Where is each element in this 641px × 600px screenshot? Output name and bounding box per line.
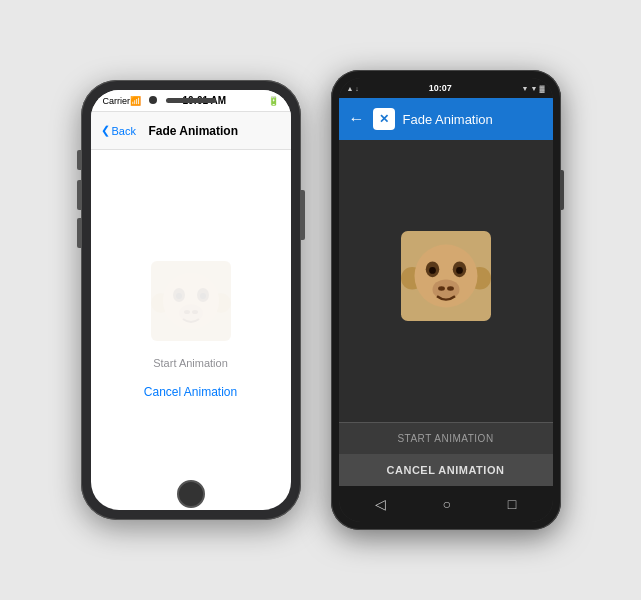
android-status-icons: ▼ ▼ ▓ [522,85,545,92]
android-nav-bar: ◁ ○ □ [339,486,553,522]
svg-point-19 [432,279,459,299]
android-monkey-image [401,231,491,321]
ios-battery-icon: 🔋 [268,96,279,106]
svg-point-18 [456,267,463,274]
ios-nav-title: Fade Animation [136,124,251,138]
ios-back-label: Back [112,125,136,137]
android-back-arrow[interactable]: ← [349,110,365,128]
svg-point-20 [438,286,445,291]
ios-camera [149,96,157,104]
android-cancel-button[interactable]: CANCEL ANIMATION [339,454,553,486]
svg-point-7 [200,293,206,299]
svg-point-10 [192,310,198,314]
ios-carrier: Carrier [103,96,131,106]
ios-home-button[interactable] [177,480,205,508]
android-toolbar: ← ✕ Fade Animation [339,98,553,140]
android-start-button[interactable]: START ANIMATION [339,422,553,454]
android-status-bar: ▲ ↓ 10:07 ▼ ▼ ▓ [339,78,553,98]
android-app-icon: ✕ [373,108,395,130]
android-button-group: START ANIMATION CANCEL ANIMATION [339,422,553,486]
svg-point-21 [447,286,454,291]
ios-wifi-icon: 📶 [130,96,141,106]
svg-point-17 [429,267,436,274]
android-notif-icons: ▲ ↓ [347,85,359,92]
ios-monkey-image [151,261,231,341]
android-content [339,140,553,412]
ios-start-button[interactable]: Start Animation [153,357,228,369]
ios-volume-down [77,218,81,248]
ios-nav-bar: ❮ Back Fade Animation [91,112,291,150]
android-toolbar-title: Fade Animation [403,112,493,127]
ios-content: Start Animation Cancel Animation [91,150,291,510]
ios-back-chevron: ❮ [101,124,110,137]
android-screen: ▲ ↓ 10:07 ▼ ▼ ▓ ← ✕ Fade Animation [339,78,553,522]
ios-mute-switch [77,150,81,170]
android-phone: ▲ ↓ 10:07 ▼ ▼ ▓ ← ✕ Fade Animation [331,70,561,530]
svg-point-6 [176,293,182,299]
android-signal-icon: ▼ [530,85,537,92]
ios-volume-up [77,180,81,210]
svg-point-9 [184,310,190,314]
svg-point-8 [179,304,203,322]
android-app-icon-x: ✕ [379,112,389,126]
android-time: 10:07 [429,83,452,93]
ios-screen: Carrier 📶 10:01 AM 🔋 ❮ Back Fade Animati… [91,90,291,510]
android-nav-recents[interactable]: □ [508,496,516,512]
android-power-button [561,170,564,210]
ios-sleep-button [301,190,305,240]
ios-back-button[interactable]: ❮ Back [101,124,136,137]
ios-speaker [166,98,216,103]
android-wifi-icon: ▼ [522,85,529,92]
android-nav-back[interactable]: ◁ [375,496,386,512]
ios-cancel-button[interactable]: Cancel Animation [144,385,237,399]
ios-phone: Carrier 📶 10:01 AM 🔋 ❮ Back Fade Animati… [81,80,301,520]
android-battery-icon: ▓ [539,85,544,92]
android-nav-home[interactable]: ○ [443,496,451,512]
